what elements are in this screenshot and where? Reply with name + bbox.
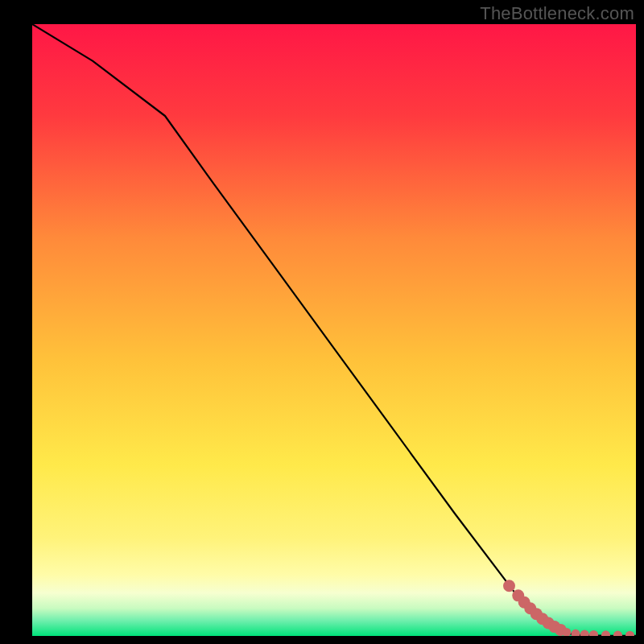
gradient-background xyxy=(32,24,636,636)
svg-rect-0 xyxy=(32,24,636,636)
chart-frame: TheBottleneck.com xyxy=(0,0,644,644)
watermark-label: TheBottleneck.com xyxy=(480,3,634,24)
plot-inner xyxy=(32,24,636,636)
plot-area xyxy=(32,24,636,636)
